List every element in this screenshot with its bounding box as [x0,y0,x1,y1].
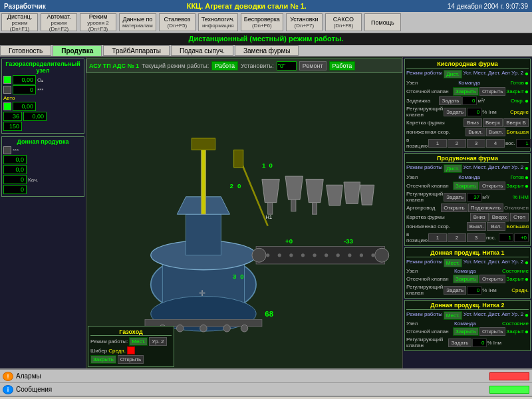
gauge-row-bp3: 0,0 [3,165,82,174]
svg-marker-17 [285,176,303,200]
tab-produvka[interactable]: Продувка [53,45,102,56]
menu-level2[interactable]: Режим уровня 2 (Dn+F3) [80,13,116,31]
of-pos4[interactable]: 4 [486,139,505,148]
bp2-title: Донная продукц. Нитка 2 [406,302,529,310]
gauge-v9: 0,0 [3,165,27,174]
svg-point-30 [301,253,305,257]
of-gate-val: 0 [462,96,477,105]
gazokhod-close-btn[interactable]: Закрыть [90,355,116,364]
gauge-v1: 0,00 [13,75,36,84]
main-content: Газораспределительный узел 0,00 О₂ 0 ***… [0,57,532,368]
svg-rect-14 [192,138,215,150]
svg-marker-23 [360,185,374,205]
gauge-row-1: 0,00 О₂ [3,75,82,84]
menu-distance[interactable]: Дистанц. режим (Dn+F1) [1,13,38,31]
msg-icon: i [3,385,13,394]
menu-ustanovki[interactable]: Установки (Dn+F7) [286,13,323,31]
of-mode-btn[interactable]: Дист. [444,70,462,78]
left-panel: Газораспределительный узел 0,00 О₂ 0 ***… [0,57,86,368]
of-up-btn[interactable]: Вверх [483,118,503,127]
tab-gotovnost[interactable]: Готовность [0,45,51,56]
pf-karetka-row: Каретка фурмы Вниз Вверх Стоп [406,213,529,221]
pf-valve-row: Отсечной клапан Закрыть Открыть Закрыт ● [406,182,529,190]
pf-pos1[interactable]: 1 [428,233,447,242]
svg-text:2: 2 [230,182,233,190]
svg-point-32 [325,253,328,257]
pf-status-dot: ● [525,164,529,173]
bp2-open-btn[interactable]: Открыть [479,327,505,336]
of-gotov-dot: ● [525,79,529,86]
bp1-regv-row: Регулирующий клапан Задать 0 % Iнм Средн… [406,284,529,296]
svg-point-34 [348,253,351,257]
of-regv-set-btn[interactable]: Задать [444,108,466,116]
pf-open-btn[interactable]: Открыть [479,182,505,190]
gauge-row-bp5: 0 [3,185,82,194]
of-off-btn[interactable]: Выкл. [466,128,485,136]
of-off2-btn[interactable]: Выкл. [486,128,506,136]
menu-materials[interactable]: Данные по материалам [119,13,156,31]
pf-set-btn[interactable]: Задать [444,193,466,201]
svg-point-26 [375,248,389,262]
powder-furma-title: Продувочная фурма [406,155,529,163]
alarm-icon: ! [3,372,13,381]
gauge-row-bp1: *** [3,146,82,154]
pf-down2-btn[interactable]: Вниз [470,213,489,221]
gazokhod-mode-btn[interactable]: Мест. [129,337,148,346]
bp2-close-btn[interactable]: Закрыть [453,327,479,336]
tab-podacha[interactable]: Подача сыпуч. [171,45,233,56]
of-karetka-row: Каретка фурмы Вниз Вверх Вверх Б [406,118,529,127]
bp1-set-btn[interactable]: Задать [444,286,466,295]
acs-mode-label: Текущий режим работы: [142,63,209,69]
svg-point-31 [313,253,316,257]
of-gate-set-btn[interactable]: Задать [439,96,462,105]
gazokhod-open-btn[interactable]: Открыть [118,355,144,364]
menu-help[interactable]: Помощь [364,13,401,31]
of-upB-btn[interactable]: Вверх Б [503,118,529,127]
pf-up2-btn[interactable]: Вверх [489,213,509,221]
bp1-open-btn[interactable]: Открыть [479,275,505,283]
acs-work-btn[interactable]: Работа [329,61,356,70]
tab-tryb[interactable]: ТрайбАппараты [103,45,170,56]
of-pos1[interactable]: 1 [428,139,447,148]
acs-remont-btn[interactable]: Ремонт [299,61,327,70]
gauge-v8: 0,0 [3,155,27,164]
pf-close-btn[interactable]: Закрыть [453,182,479,190]
bp2-val: 0 [472,338,487,347]
of-pos2[interactable]: 2 [448,139,466,148]
pf-mode-btn[interactable]: Дист. [444,164,462,173]
bottom-prod-box: Донная продувка *** 0,0 0,0 0 Кач. 0 [1,136,84,197]
menu-besoproverka[interactable]: Беспроверка (Dn+F6) [241,13,283,31]
pf-off3-btn[interactable]: Выкл. [467,222,487,231]
pf-pos-row: в позицию 1 2 3 пос. 1 +0 [406,231,529,243]
of-open-btn[interactable]: Открыть [479,87,505,96]
pf-pos3[interactable]: 3 [467,233,485,242]
pf-on3-btn[interactable]: Вкл. [487,222,505,231]
of-down-btn[interactable]: Вниз [464,118,482,127]
of-close-btn[interactable]: Закрыть [453,87,479,96]
menu-sakso[interactable]: САКCО (Dn+F8) [325,13,362,31]
gauge-row-3: 0,00 [3,102,82,111]
of-header-row: Режим работы Дист. Уст. Мест. Дист. Авт … [406,70,529,78]
pf-stop-btn[interactable]: Стоп [510,213,529,221]
gazokhod-mode-btn2[interactable]: Ур. 2 [149,337,166,346]
bp2-mode-btn[interactable]: Мест. [444,311,462,320]
pf-argo-open-btn[interactable]: Открыть [441,203,467,212]
acs-set-input[interactable] [277,61,297,70]
gazokhod-shib-btns: Закрыть Открыть [90,355,172,364]
tab-zamena[interactable]: Замена фурмы [235,45,299,56]
pf-argo-conn-btn[interactable]: Подключить [468,203,503,212]
gauge-row-2: 0 *** [3,85,82,94]
acs-mode-btn[interactable]: Работа [211,61,238,70]
bp1-mode-btn[interactable]: Мест. [444,259,462,267]
status-bar: ! Алармы i Сообщения [0,368,532,396]
gauge-row-bp4: 0 Кач. [3,175,82,184]
menu-tech-info[interactable]: Технологич. информация [198,13,238,31]
menu-automat[interactable]: Автомат. режим (Dn+F2) [41,13,77,31]
of-pos-val: 1 [516,139,531,148]
of-pos3[interactable]: 3 [467,139,485,148]
pf-pos2[interactable]: 2 [448,233,466,242]
bp1-close-btn[interactable]: Закрыть [453,275,479,283]
bp2-set-btn[interactable]: Задать [448,338,471,347]
menu-stalevoz[interactable]: Сталевоз (Dn+F5) [159,13,196,31]
svg-text:3: 3 [233,273,237,280]
